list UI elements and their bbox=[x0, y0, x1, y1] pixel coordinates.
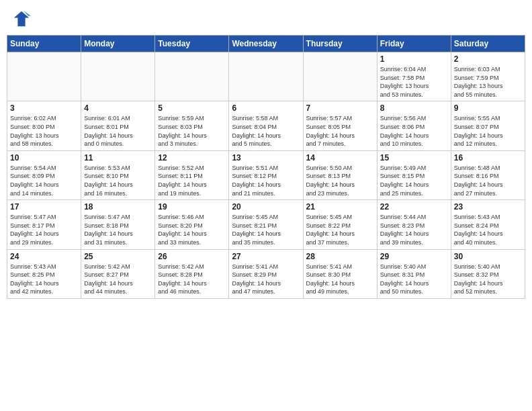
day-number: 9 bbox=[454, 103, 522, 113]
day-number: 25 bbox=[84, 252, 152, 261]
day-info: Sunrise: 5:40 AM Sunset: 8:32 PM Dayligh… bbox=[454, 263, 522, 296]
calendar-day-header: Sunday bbox=[7, 36, 81, 52]
day-info: Sunrise: 5:42 AM Sunset: 8:28 PM Dayligh… bbox=[158, 263, 226, 296]
day-number: 22 bbox=[380, 202, 448, 212]
day-info: Sunrise: 5:53 AM Sunset: 8:10 PM Dayligh… bbox=[84, 164, 152, 197]
calendar-cell: 14Sunrise: 5:50 AM Sunset: 8:13 PM Dayli… bbox=[303, 150, 377, 199]
day-info: Sunrise: 5:43 AM Sunset: 8:25 PM Dayligh… bbox=[10, 263, 78, 296]
calendar-cell: 21Sunrise: 5:45 AM Sunset: 8:22 PM Dayli… bbox=[303, 200, 377, 249]
day-number: 23 bbox=[454, 202, 522, 212]
day-info: Sunrise: 5:42 AM Sunset: 8:27 PM Dayligh… bbox=[84, 263, 152, 296]
day-number: 12 bbox=[158, 153, 226, 163]
calendar-cell: 27Sunrise: 5:41 AM Sunset: 8:29 PM Dayli… bbox=[229, 249, 303, 298]
day-number: 16 bbox=[454, 153, 522, 163]
calendar-cell: 1Sunrise: 6:04 AM Sunset: 7:58 PM Daylig… bbox=[377, 52, 451, 101]
calendar-day-header: Saturday bbox=[451, 36, 525, 52]
day-info: Sunrise: 5:41 AM Sunset: 8:30 PM Dayligh… bbox=[306, 263, 374, 296]
calendar-cell: 23Sunrise: 5:43 AM Sunset: 8:24 PM Dayli… bbox=[451, 200, 525, 249]
day-info: Sunrise: 5:47 AM Sunset: 8:18 PM Dayligh… bbox=[84, 213, 152, 246]
day-info: Sunrise: 6:03 AM Sunset: 7:59 PM Dayligh… bbox=[454, 65, 522, 99]
day-number: 3 bbox=[10, 103, 78, 113]
day-info: Sunrise: 5:56 AM Sunset: 8:06 PM Dayligh… bbox=[380, 114, 448, 148]
day-info: Sunrise: 5:58 AM Sunset: 8:04 PM Dayligh… bbox=[232, 114, 300, 148]
page-container: SundayMondayTuesdayWednesdayThursdayFrid… bbox=[7, 7, 525, 299]
calendar-cell: 28Sunrise: 5:41 AM Sunset: 8:30 PM Dayli… bbox=[303, 249, 377, 298]
calendar-cell bbox=[155, 52, 229, 101]
day-info: Sunrise: 5:51 AM Sunset: 8:12 PM Dayligh… bbox=[232, 164, 300, 197]
calendar-cell: 16Sunrise: 5:48 AM Sunset: 8:16 PM Dayli… bbox=[451, 150, 525, 199]
day-number: 2 bbox=[454, 54, 522, 64]
calendar-cell: 6Sunrise: 5:58 AM Sunset: 8:04 PM Daylig… bbox=[229, 101, 303, 150]
day-number: 10 bbox=[10, 153, 78, 163]
day-info: Sunrise: 6:01 AM Sunset: 8:01 PM Dayligh… bbox=[84, 114, 152, 148]
calendar-week-row: 3Sunrise: 6:02 AM Sunset: 8:00 PM Daylig… bbox=[7, 101, 525, 150]
day-number: 30 bbox=[454, 252, 522, 261]
calendar-header-row: SundayMondayTuesdayWednesdayThursdayFrid… bbox=[7, 36, 525, 52]
day-number: 13 bbox=[232, 153, 300, 163]
day-number: 15 bbox=[380, 153, 448, 163]
day-number: 29 bbox=[380, 252, 448, 261]
calendar-cell: 5Sunrise: 5:59 AM Sunset: 8:03 PM Daylig… bbox=[155, 101, 229, 150]
calendar-cell: 8Sunrise: 5:56 AM Sunset: 8:06 PM Daylig… bbox=[377, 101, 451, 150]
calendar-day-header: Wednesday bbox=[229, 36, 303, 52]
day-number: 5 bbox=[158, 103, 226, 113]
day-info: Sunrise: 5:54 AM Sunset: 8:09 PM Dayligh… bbox=[10, 164, 78, 197]
day-number: 27 bbox=[232, 252, 300, 261]
calendar-day-header: Friday bbox=[377, 36, 451, 52]
calendar-cell: 10Sunrise: 5:54 AM Sunset: 8:09 PM Dayli… bbox=[7, 150, 81, 199]
calendar-cell bbox=[229, 52, 303, 101]
calendar-cell: 7Sunrise: 5:57 AM Sunset: 8:05 PM Daylig… bbox=[303, 101, 377, 150]
day-info: Sunrise: 5:55 AM Sunset: 8:07 PM Dayligh… bbox=[454, 114, 522, 148]
day-number: 28 bbox=[306, 252, 374, 261]
calendar-cell: 30Sunrise: 5:40 AM Sunset: 8:32 PM Dayli… bbox=[451, 249, 525, 298]
calendar-cell: 18Sunrise: 5:47 AM Sunset: 8:18 PM Dayli… bbox=[81, 200, 155, 249]
day-number: 21 bbox=[306, 202, 374, 212]
day-info: Sunrise: 5:48 AM Sunset: 8:16 PM Dayligh… bbox=[454, 164, 522, 197]
calendar-cell bbox=[81, 52, 155, 101]
day-number: 4 bbox=[84, 103, 152, 113]
calendar-cell: 19Sunrise: 5:46 AM Sunset: 8:20 PM Dayli… bbox=[155, 200, 229, 249]
day-number: 20 bbox=[232, 202, 300, 212]
calendar-cell: 24Sunrise: 5:43 AM Sunset: 8:25 PM Dayli… bbox=[7, 249, 81, 298]
day-number: 17 bbox=[10, 202, 78, 212]
calendar-cell: 15Sunrise: 5:49 AM Sunset: 8:15 PM Dayli… bbox=[377, 150, 451, 199]
calendar-week-row: 24Sunrise: 5:43 AM Sunset: 8:25 PM Dayli… bbox=[7, 249, 525, 298]
day-number: 26 bbox=[158, 252, 226, 261]
calendar-cell: 29Sunrise: 5:40 AM Sunset: 8:31 PM Dayli… bbox=[377, 249, 451, 298]
day-number: 7 bbox=[306, 103, 374, 113]
calendar-cell: 17Sunrise: 5:47 AM Sunset: 8:17 PM Dayli… bbox=[7, 200, 81, 249]
calendar-table: SundayMondayTuesdayWednesdayThursdayFrid… bbox=[7, 35, 525, 299]
day-info: Sunrise: 5:57 AM Sunset: 8:05 PM Dayligh… bbox=[306, 114, 374, 148]
logo bbox=[12, 9, 34, 28]
calendar-cell: 25Sunrise: 5:42 AM Sunset: 8:27 PM Dayli… bbox=[81, 249, 155, 298]
calendar-day-header: Monday bbox=[81, 36, 155, 52]
day-number: 14 bbox=[306, 153, 374, 163]
page-header bbox=[7, 7, 525, 31]
calendar-day-header: Tuesday bbox=[155, 36, 229, 52]
day-number: 19 bbox=[158, 202, 226, 212]
day-info: Sunrise: 5:45 AM Sunset: 8:22 PM Dayligh… bbox=[306, 213, 374, 246]
day-info: Sunrise: 5:52 AM Sunset: 8:11 PM Dayligh… bbox=[158, 164, 226, 197]
calendar-cell: 9Sunrise: 5:55 AM Sunset: 8:07 PM Daylig… bbox=[451, 101, 525, 150]
day-number: 24 bbox=[10, 252, 78, 261]
calendar-cell: 4Sunrise: 6:01 AM Sunset: 8:01 PM Daylig… bbox=[81, 101, 155, 150]
day-info: Sunrise: 5:49 AM Sunset: 8:15 PM Dayligh… bbox=[380, 164, 448, 197]
day-number: 8 bbox=[380, 103, 448, 113]
day-info: Sunrise: 5:46 AM Sunset: 8:20 PM Dayligh… bbox=[158, 213, 226, 246]
day-info: Sunrise: 5:44 AM Sunset: 8:23 PM Dayligh… bbox=[380, 213, 448, 246]
day-number: 6 bbox=[232, 103, 300, 113]
day-info: Sunrise: 5:45 AM Sunset: 8:21 PM Dayligh… bbox=[232, 213, 300, 246]
calendar-cell: 20Sunrise: 5:45 AM Sunset: 8:21 PM Dayli… bbox=[229, 200, 303, 249]
calendar-cell: 22Sunrise: 5:44 AM Sunset: 8:23 PM Dayli… bbox=[377, 200, 451, 249]
day-number: 1 bbox=[380, 54, 448, 64]
calendar-cell: 3Sunrise: 6:02 AM Sunset: 8:00 PM Daylig… bbox=[7, 101, 81, 150]
day-info: Sunrise: 5:50 AM Sunset: 8:13 PM Dayligh… bbox=[306, 164, 374, 197]
calendar-cell: 2Sunrise: 6:03 AM Sunset: 7:59 PM Daylig… bbox=[451, 52, 525, 101]
day-info: Sunrise: 5:40 AM Sunset: 8:31 PM Dayligh… bbox=[380, 263, 448, 296]
logo-icon bbox=[12, 9, 31, 28]
day-number: 18 bbox=[84, 202, 152, 212]
calendar-week-row: 17Sunrise: 5:47 AM Sunset: 8:17 PM Dayli… bbox=[7, 200, 525, 249]
calendar-week-row: 1Sunrise: 6:04 AM Sunset: 7:58 PM Daylig… bbox=[7, 52, 525, 101]
calendar-day-header: Thursday bbox=[303, 36, 377, 52]
calendar-week-row: 10Sunrise: 5:54 AM Sunset: 8:09 PM Dayli… bbox=[7, 150, 525, 199]
